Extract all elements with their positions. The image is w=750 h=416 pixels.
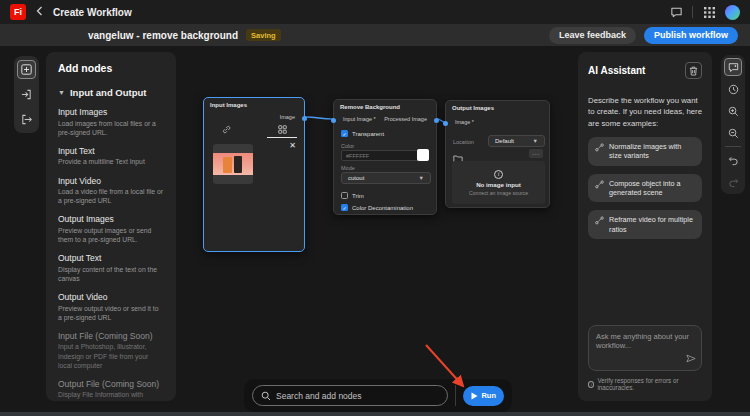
trash-icon[interactable]	[685, 62, 702, 79]
topbar-divider	[692, 6, 693, 18]
output-port[interactable]	[302, 116, 307, 121]
location-label: Location	[453, 139, 474, 145]
node-title: Input Images	[210, 102, 247, 108]
suggestion-chip-compose[interactable]: Compose object into a generated scene	[588, 174, 702, 203]
run-button[interactable]: Run	[463, 386, 504, 406]
input-port-label: Input Image *	[343, 116, 376, 122]
add-node-tool-button[interactable]	[17, 60, 36, 79]
zoom-out-icon[interactable]	[724, 124, 742, 142]
image-thumbnail[interactable]	[213, 144, 253, 184]
mode-select[interactable]: cutout ▼	[341, 172, 431, 184]
back-icon[interactable]	[36, 6, 43, 18]
top-bar: Fi Create Workflow	[0, 0, 750, 24]
avatar[interactable]	[725, 5, 740, 20]
zoom-in-icon[interactable]	[724, 102, 742, 120]
output-images-node[interactable]: Output Images Image * Location Default ▼…	[445, 100, 550, 208]
node-item-output-file: Output File (Coming Soon) Display File I…	[58, 379, 164, 401]
chevron-down-icon: ▼	[419, 175, 424, 181]
ai-assistant-panel: AI Assistant Describe the workflow you w…	[578, 52, 712, 401]
info-icon: i	[494, 170, 503, 179]
output-port-label: Processed Image	[384, 116, 427, 122]
link-icon	[222, 125, 231, 134]
search-input[interactable]	[276, 391, 439, 401]
workflow-header: vangeluw - remove background Saving Leav…	[0, 24, 750, 46]
search-icon	[261, 391, 271, 401]
input-images-node[interactable]: Input Images Image ✕	[203, 97, 305, 252]
ai-footer-note: i Verify responses for errors or inaccur…	[588, 377, 702, 391]
node-item-output-text[interactable]: Output Text Display content of the text …	[58, 253, 164, 283]
trim-label: Trim	[352, 193, 364, 199]
node-title: Remove Background	[340, 104, 400, 110]
canvas-area[interactable]: Add nodes ▼ Input and Output Input Image…	[0, 46, 750, 416]
bottom-action-bar: Run	[244, 379, 512, 412]
input-tabs	[204, 125, 304, 138]
empty-state-title: No image input	[476, 181, 521, 188]
color-label: Color	[341, 143, 354, 149]
empty-state-subtitle: Connect an image source	[469, 190, 528, 196]
thumbnail-picture	[213, 153, 253, 175]
canvas-toolbar	[14, 56, 39, 133]
publish-workflow-button[interactable]: Publish workflow	[644, 27, 738, 44]
workflow-name: vangeluw - remove background	[88, 30, 238, 41]
color-decontamination-checkbox[interactable]: ✓	[341, 204, 348, 211]
trim-checkbox[interactable]	[341, 192, 348, 199]
export-icon[interactable]	[17, 110, 36, 129]
import-icon[interactable]	[17, 85, 36, 104]
node-item-input-text[interactable]: Input Text Provide a multiline Text Inpu…	[58, 146, 164, 167]
grid-icon	[278, 125, 287, 134]
node-item-output-images[interactable]: Output Images Preview output images or s…	[58, 214, 164, 244]
topbar-actions	[668, 4, 740, 20]
node-item-input-images[interactable]: Input Images Load images from local file…	[58, 107, 164, 137]
section-input-output[interactable]: ▼ Input and Output	[58, 87, 164, 98]
empty-state: i No image input Connect an image source	[452, 161, 545, 204]
feedback-bubble-icon[interactable]	[668, 4, 684, 20]
output-port[interactable]	[434, 118, 439, 123]
firefly-workflow-app: Fi Create Workflow vangeluw - remove bac…	[0, 0, 750, 416]
color-decontamination-label: Color Decontamination	[352, 205, 413, 211]
ai-chat-input[interactable]	[589, 326, 701, 370]
input-port-label: Image *	[455, 119, 474, 125]
input-port[interactable]	[443, 121, 448, 126]
view-toolbar	[721, 55, 745, 194]
apps-grid-icon[interactable]	[701, 4, 717, 20]
ai-assistant-toggle-icon[interactable]	[724, 58, 742, 76]
node-title: Output Images	[452, 105, 494, 111]
toolbar-divider	[725, 146, 741, 147]
input-port[interactable]	[331, 118, 336, 123]
saving-badge: Saving	[246, 29, 281, 41]
location-select[interactable]: Default ▼	[488, 135, 545, 147]
node-search[interactable]	[252, 385, 448, 406]
firefly-logo[interactable]: Fi	[10, 4, 26, 20]
ai-description: Describe the workflow you want to create…	[588, 95, 702, 129]
history-icon[interactable]	[724, 80, 742, 98]
add-nodes-title: Add nodes	[58, 62, 164, 74]
leave-feedback-button[interactable]: Leave feedback	[549, 27, 636, 44]
transparent-checkbox[interactable]: ✓	[341, 130, 348, 137]
workflow-icon	[595, 216, 604, 225]
ai-chat-inputbox[interactable]	[588, 325, 702, 371]
redo-icon[interactable]	[724, 173, 742, 191]
more-options-button[interactable]: ···	[529, 149, 543, 158]
node-item-output-video[interactable]: Output Video Preview output video or sen…	[58, 292, 164, 322]
chevron-down-icon: ▼	[533, 138, 538, 144]
color-swatch[interactable]	[417, 149, 429, 161]
tab-url[interactable]	[211, 125, 241, 138]
bottom-bar-divider	[455, 385, 456, 406]
send-icon[interactable]	[686, 351, 696, 366]
suggestion-chip-reframe[interactable]: Reframe video for multiple ratios	[588, 210, 702, 239]
close-icon[interactable]: ✕	[289, 142, 296, 150]
transparent-label: Transparent	[352, 131, 384, 137]
undo-icon[interactable]	[724, 151, 742, 169]
workflow-icon	[595, 180, 604, 189]
mode-label: Mode	[341, 165, 355, 171]
add-nodes-panel: Add nodes ▼ Input and Output Input Image…	[46, 52, 176, 401]
remove-background-node[interactable]: Remove Background Input Image * Processe…	[333, 99, 437, 215]
output-port-label: Image	[280, 114, 295, 120]
node-item-input-video[interactable]: Input Video Load a video file from a loc…	[58, 176, 164, 206]
info-icon: i	[588, 381, 594, 388]
header-actions: Leave feedback Publish workflow	[549, 27, 738, 44]
tab-gallery[interactable]	[267, 125, 297, 138]
color-input[interactable]: #FFFFFF	[341, 150, 419, 161]
chevron-down-icon: ▼	[58, 89, 65, 96]
suggestion-chip-normalize[interactable]: Normalize images with size variants	[588, 137, 702, 166]
